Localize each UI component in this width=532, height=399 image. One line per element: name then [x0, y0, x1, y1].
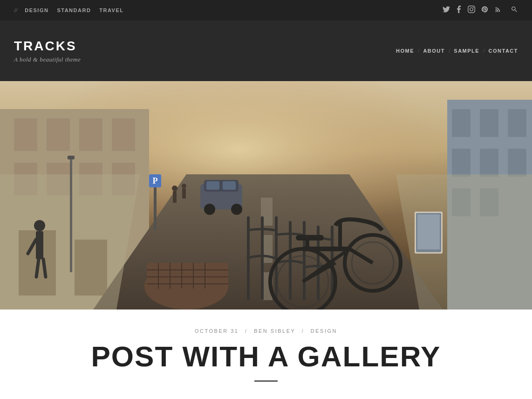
nav-sep-3: /: [483, 48, 484, 55]
post-author[interactable]: BEN SIBLEY: [254, 328, 295, 334]
rss-icon[interactable]: [494, 6, 501, 15]
post-title: POST WITH A GALLERY: [28, 342, 504, 371]
nav-sep-2: /: [449, 48, 450, 55]
svg-rect-80: [0, 81, 532, 310]
pinterest-icon[interactable]: [482, 6, 488, 15]
street-scene-svg: P: [0, 81, 532, 310]
topnav-design[interactable]: DESIGN: [25, 7, 48, 13]
meta-sep-1: /: [245, 328, 248, 334]
post-meta: OCTOBER 31 / BEN SIBLEY / DESIGN: [28, 328, 504, 334]
nav-sep-1: /: [418, 48, 419, 55]
nav-home[interactable]: HOME: [396, 48, 414, 54]
post-area: OCTOBER 31 / BEN SIBLEY / DESIGN POST WI…: [0, 310, 532, 396]
search-icon[interactable]: [511, 6, 518, 15]
site-tagline: A bold & beautiful theme: [14, 56, 81, 63]
top-bar-nav: DESIGN STANDARD TRAVEL: [25, 7, 123, 13]
meta-sep-2: /: [302, 328, 305, 334]
site-title[interactable]: TRACKS: [14, 38, 81, 54]
slash-decoration: //: [14, 7, 17, 14]
hero-image: P: [0, 81, 532, 310]
post-title-divider: [254, 380, 278, 382]
instagram-icon[interactable]: [468, 6, 475, 15]
twitter-icon[interactable]: [443, 6, 450, 14]
top-bar-right: [443, 6, 518, 15]
nav-sample[interactable]: SAMPLE: [454, 48, 479, 54]
nav-contact[interactable]: CONTACT: [489, 48, 518, 54]
topnav-standard[interactable]: STANDARD: [57, 7, 91, 13]
topnav-travel[interactable]: TRAVEL: [99, 7, 123, 13]
top-bar-left: // DESIGN STANDARD TRAVEL: [14, 7, 124, 14]
site-header: TRACKS A bold & beautiful theme HOME / A…: [0, 21, 532, 81]
main-nav: HOME / ABOUT / SAMPLE / CONTACT: [396, 48, 518, 55]
post-category[interactable]: DESIGN: [311, 328, 337, 334]
post-date: OCTOBER 31: [195, 328, 239, 334]
site-branding: TRACKS A bold & beautiful theme: [14, 38, 81, 63]
facebook-icon[interactable]: [457, 6, 461, 15]
top-bar: // DESIGN STANDARD TRAVEL: [0, 0, 532, 21]
nav-about[interactable]: ABOUT: [423, 48, 445, 54]
